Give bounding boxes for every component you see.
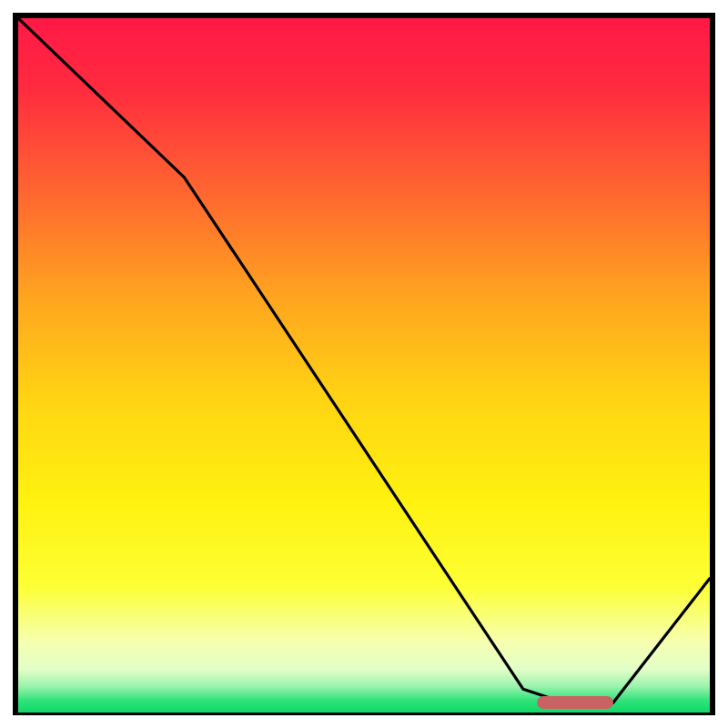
- gradient-row: [18, 710, 710, 713]
- chart-svg: [18, 18, 710, 710]
- chart-frame: TheBottleneck.com: [13, 13, 715, 715]
- bottleneck-curve: [18, 18, 710, 703]
- chart-plot-area: TheBottleneck.com: [18, 18, 710, 710]
- optimal-range-marker: [537, 696, 613, 709]
